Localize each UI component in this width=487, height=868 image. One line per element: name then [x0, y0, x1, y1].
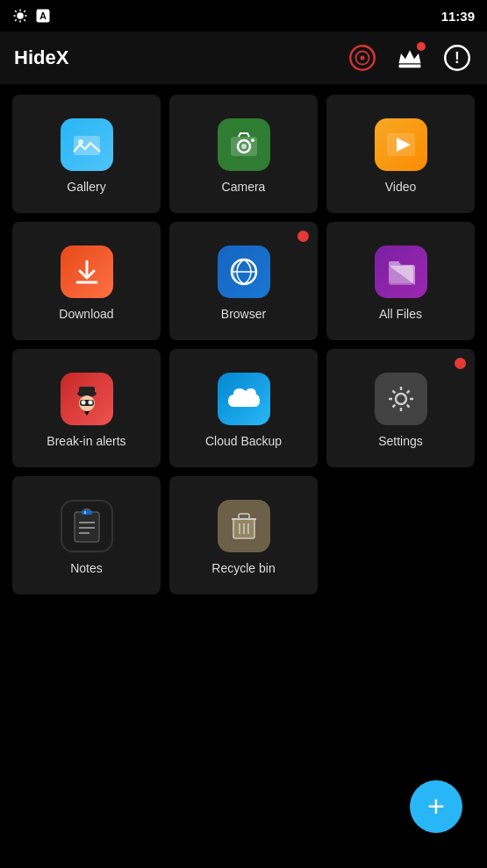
- settings-label: Settings: [378, 434, 423, 448]
- grid-item-download[interactable]: Download: [12, 222, 161, 340]
- gallery-label: Gallery: [67, 180, 105, 194]
- svg-line-43: [406, 390, 409, 393]
- breakin-icon: [61, 373, 113, 425]
- app-grid: Gallery Camera Video: [0, 84, 487, 605]
- svg-point-13: [361, 56, 365, 60]
- svg-line-6: [24, 19, 25, 21]
- svg-point-0: [17, 12, 24, 19]
- a-icon: A: [35, 8, 51, 24]
- grid-item-recycle[interactable]: Recycle bin: [169, 476, 318, 594]
- fab-add-button[interactable]: +: [410, 780, 462, 833]
- header-icons: !: [347, 42, 473, 74]
- video-icon: [375, 118, 427, 171]
- disc-icon: [349, 45, 376, 71]
- cloud-icon: [218, 373, 270, 425]
- notes-label: Notes: [70, 561, 103, 575]
- svg-point-36: [396, 394, 406, 404]
- allfiles-label: All Files: [379, 307, 422, 321]
- grid-item-gallery[interactable]: Gallery: [12, 95, 161, 213]
- alert-icon: !: [444, 45, 470, 71]
- sun-icon: [12, 8, 28, 24]
- status-bar: A 11:39: [0, 0, 487, 32]
- svg-point-34: [81, 400, 85, 404]
- grid-item-notes[interactable]: Notes: [12, 476, 161, 594]
- browser-label: Browser: [221, 307, 266, 321]
- grid-item-browser[interactable]: Browser: [169, 222, 318, 340]
- svg-rect-14: [399, 65, 421, 68]
- browser-notification-dot: [297, 231, 309, 242]
- grid-item-cloud[interactable]: Cloud Backup: [169, 349, 318, 467]
- svg-line-8: [15, 19, 17, 21]
- svg-line-5: [15, 11, 17, 12]
- svg-point-35: [88, 400, 92, 404]
- allfiles-icon: [375, 245, 427, 298]
- status-bar-left: A: [12, 8, 51, 24]
- svg-point-21: [241, 144, 247, 149]
- fab-plus-icon: +: [427, 791, 445, 821]
- svg-line-41: [392, 390, 395, 393]
- download-label: Download: [59, 307, 113, 321]
- svg-line-44: [392, 404, 395, 407]
- camera-label: Camera: [222, 180, 266, 194]
- svg-rect-50: [82, 510, 92, 515]
- app-title: HideX: [14, 46, 68, 69]
- svg-rect-45: [75, 512, 99, 542]
- grid-item-settings[interactable]: Settings: [326, 349, 475, 467]
- notes-icon: [61, 500, 113, 552]
- gallery-icon: [61, 118, 113, 171]
- status-time: 11:39: [441, 9, 475, 24]
- grid-item-breakin[interactable]: Break-in alerts: [12, 349, 161, 467]
- svg-text:!: !: [455, 49, 460, 67]
- alert-icon-btn[interactable]: !: [441, 42, 473, 74]
- svg-text:A: A: [39, 11, 47, 21]
- disc-icon-btn[interactable]: [347, 42, 378, 74]
- browser-icon: [218, 245, 270, 298]
- grid-item-allfiles[interactable]: All Files: [326, 222, 475, 340]
- camera-icon: [218, 118, 270, 171]
- svg-rect-51: [84, 511, 86, 514]
- video-label: Video: [385, 180, 417, 194]
- svg-rect-31: [79, 387, 95, 395]
- svg-line-42: [406, 404, 409, 407]
- crown-notification-dot: [417, 42, 426, 51]
- breakin-label: Break-in alerts: [47, 434, 125, 448]
- crown-icon-btn[interactable]: [394, 42, 426, 74]
- cloud-label: Cloud Backup: [205, 434, 282, 448]
- svg-rect-17: [74, 136, 100, 155]
- app-header: HideX !: [0, 32, 487, 84]
- recycle-label: Recycle bin: [211, 561, 275, 575]
- svg-rect-29: [389, 266, 413, 283]
- recycle-icon: [218, 500, 270, 552]
- svg-line-7: [24, 11, 25, 12]
- settings-icon: [375, 373, 427, 425]
- grid-item-camera[interactable]: Camera: [169, 95, 318, 213]
- download-icon: [61, 245, 113, 298]
- svg-point-18: [78, 139, 83, 145]
- grid-item-video[interactable]: Video: [326, 95, 475, 213]
- svg-point-22: [251, 139, 254, 142]
- settings-notification-dot: [455, 358, 466, 369]
